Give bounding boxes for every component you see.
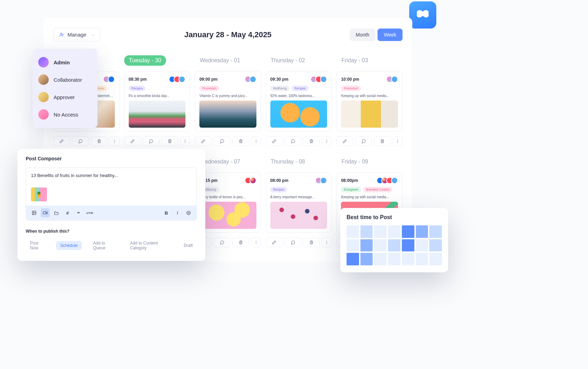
more-button[interactable] xyxy=(251,136,261,146)
edit-button[interactable] xyxy=(266,136,283,146)
delete-button[interactable] xyxy=(91,136,108,146)
heatmap-cell[interactable] xyxy=(360,253,373,265)
image-icon[interactable] xyxy=(30,208,39,217)
hashtag-icon[interactable]: # xyxy=(63,208,72,217)
tag-row: Promotion xyxy=(199,86,256,91)
role-item-no-access[interactable]: No Access xyxy=(38,106,92,123)
heatmap-cell[interactable] xyxy=(416,225,428,238)
comment-button[interactable] xyxy=(214,238,230,247)
attachment-thumbnail[interactable]: 🍍 xyxy=(31,187,47,201)
day-column: Thursday - 0209:30 pmWellbiengRecipes92%… xyxy=(266,55,332,146)
publish-option-post-now[interactable]: Post Now xyxy=(26,239,49,252)
edit-button[interactable] xyxy=(53,136,70,146)
publish-option-add-to-content-categoty[interactable]: Add to Content Categoty xyxy=(126,239,172,252)
svg-point-3 xyxy=(114,142,115,143)
more-button[interactable] xyxy=(251,238,261,247)
more-button[interactable] xyxy=(180,136,190,146)
heatmap-cell[interactable] xyxy=(347,225,359,238)
more-button[interactable] xyxy=(393,136,403,146)
svg-point-0 xyxy=(61,33,62,35)
folder-icon[interactable] xyxy=(52,208,61,217)
heatmap-cell[interactable] xyxy=(360,225,373,238)
heatmap-grid xyxy=(347,225,442,265)
svg-point-1 xyxy=(114,140,115,141)
view-week-button[interactable]: Week xyxy=(378,29,403,41)
delete-button[interactable] xyxy=(374,136,391,146)
heatmap-cell[interactable] xyxy=(429,239,442,252)
view-month-button[interactable]: Month xyxy=(350,29,376,41)
edit-button[interactable] xyxy=(124,136,141,146)
heatmap-cell[interactable] xyxy=(402,225,414,238)
heatmap-cell[interactable] xyxy=(429,253,442,265)
heatmap-cell[interactable] xyxy=(374,253,387,265)
day-header: Friday - 03 xyxy=(336,55,373,66)
delete-button[interactable] xyxy=(161,136,178,146)
publish-option-add-to-queue[interactable]: Add to Queue xyxy=(89,239,119,252)
tw-avatar xyxy=(391,177,398,184)
post-card[interactable]: 09:30 pmWellbiengRecipes92% water, 100% … xyxy=(266,71,332,131)
heatmap-cell[interactable] xyxy=(402,253,414,265)
role-item-admin[interactable]: Admin xyxy=(38,54,92,71)
post-card[interactable]: 10:00 pmPromotionKeeping up with social … xyxy=(336,71,403,131)
post-image xyxy=(199,101,256,128)
delete-button[interactable] xyxy=(303,238,320,247)
delete-button[interactable] xyxy=(232,136,249,146)
edit-button[interactable] xyxy=(266,238,283,247)
italic-icon[interactable]: I xyxy=(173,208,182,217)
post-card[interactable]: 09:00 pmPromotionVitamin C is yummy and … xyxy=(195,71,261,131)
tag: Promotion xyxy=(199,86,219,91)
post-card[interactable]: 08:00 pmRecipesA berry important message… xyxy=(266,173,332,233)
publish-option-draft[interactable]: Draft xyxy=(180,241,197,250)
comment-button[interactable] xyxy=(285,238,301,247)
manage-label: Manage xyxy=(67,32,86,38)
heatmap-cell[interactable] xyxy=(374,239,387,252)
role-item-approver[interactable]: Approver xyxy=(38,88,92,106)
link-icon[interactable] xyxy=(74,208,83,217)
comment-button[interactable] xyxy=(214,136,230,146)
edit-button[interactable] xyxy=(336,136,353,146)
comment-button[interactable] xyxy=(355,136,372,146)
publish-options: Post NowScheduleAdd to QueueAdd to Conte… xyxy=(26,239,197,252)
comment-button[interactable] xyxy=(285,136,301,146)
more-button[interactable] xyxy=(322,136,332,146)
delete-button[interactable] xyxy=(303,136,320,146)
heatmap-cell[interactable] xyxy=(347,253,359,265)
utm-icon[interactable]: UTM xyxy=(85,208,94,217)
emoji-icon[interactable] xyxy=(184,208,193,217)
composer-textarea[interactable]: 13 Benefits of fruits in summer for heal… xyxy=(26,168,197,187)
svg-point-8 xyxy=(256,141,256,142)
more-button[interactable] xyxy=(110,136,119,146)
post-card[interactable]: 08:30 pmRecipesIt's a smoothie kinda day… xyxy=(124,71,190,131)
post-caption: A berry important message... xyxy=(270,195,327,199)
video-icon[interactable] xyxy=(41,208,50,217)
week-row-1: Monday - 2908:15 pmPromotionCitrus madne… xyxy=(53,55,403,146)
tag-row: WellbiengRecipes xyxy=(270,86,327,91)
heatmap-cell[interactable] xyxy=(416,253,428,265)
tag-row: EvergreenBranded Content xyxy=(341,187,398,192)
heatmap-cell[interactable] xyxy=(388,253,400,265)
bold-icon[interactable]: B xyxy=(162,208,171,217)
avatar xyxy=(38,92,49,102)
delete-button[interactable] xyxy=(232,238,249,247)
social-avatars xyxy=(376,177,398,184)
heatmap-cell[interactable] xyxy=(388,225,400,238)
publish-option-schedule[interactable]: Schedule xyxy=(56,241,82,250)
heatmap-cell[interactable] xyxy=(388,239,400,252)
heatmap-cell[interactable] xyxy=(374,225,387,238)
heatmap-cell[interactable] xyxy=(347,239,359,252)
comment-button[interactable] xyxy=(72,136,89,146)
edit-button[interactable] xyxy=(195,136,212,146)
svg-point-31 xyxy=(187,211,191,215)
heatmap-cell[interactable] xyxy=(360,239,373,252)
role-label: No Access xyxy=(54,112,78,118)
heatmap-cell[interactable] xyxy=(429,225,442,238)
manage-button[interactable]: Manage ⌵ xyxy=(53,28,100,41)
social-avatars xyxy=(169,76,185,83)
comment-button[interactable] xyxy=(143,136,159,146)
post-image xyxy=(341,101,398,128)
more-button[interactable] xyxy=(322,238,332,247)
role-item-collaborator[interactable]: Collaborator xyxy=(38,71,92,88)
app-logo-badge xyxy=(409,1,436,29)
heatmap-cell[interactable] xyxy=(416,239,428,252)
heatmap-cell[interactable] xyxy=(402,239,414,252)
